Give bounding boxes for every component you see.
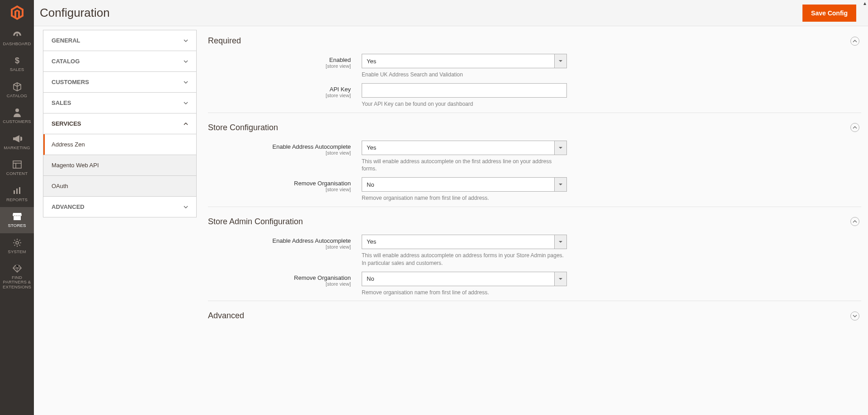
chevron-down-icon xyxy=(184,101,188,105)
gear-icon xyxy=(12,238,23,248)
label-enabled: Enabled [store view] xyxy=(208,54,362,69)
collapse-down-icon xyxy=(850,311,859,321)
store-icon xyxy=(12,212,23,222)
chevron-down-icon xyxy=(554,141,567,155)
nav-label: DASHBOARD xyxy=(3,42,31,46)
nav-partners[interactable]: FIND PARTNERS & EXTENSIONS xyxy=(0,259,34,294)
nav-catalog[interactable]: CATALOG xyxy=(0,77,34,103)
field-note: Remove organisation name from first line… xyxy=(362,194,567,202)
row-store-autocomplete: Enable Address Autocomplete [store view]… xyxy=(208,141,861,173)
fieldset-advanced: Advanced xyxy=(208,301,861,329)
collapse-up-icon xyxy=(850,123,859,132)
bars-icon xyxy=(12,186,23,196)
tab-label: ADVANCED xyxy=(52,203,85,210)
nav-label: CATALOG xyxy=(7,94,27,98)
field-label-text: Remove Organisation xyxy=(294,274,351,281)
nav-label: STORES xyxy=(8,223,26,228)
field-label-text: Enable Address Autocomplete xyxy=(273,143,351,150)
svg-rect-5 xyxy=(14,190,15,194)
svg-point-1 xyxy=(15,108,19,112)
nav-label: CUSTOMERS xyxy=(3,119,31,124)
tab-label: CUSTOMERS xyxy=(52,79,89,85)
nav-label: MARKETING xyxy=(4,146,30,150)
scope-label: [store view] xyxy=(208,93,351,98)
tab-advanced[interactable]: ADVANCED xyxy=(43,197,196,217)
scope-label: [store view] xyxy=(208,63,351,69)
services-sublist: Address Zen Magento Web API OAuth xyxy=(43,134,196,197)
select-enabled[interactable]: Yes xyxy=(362,54,567,68)
tab-label: SALES xyxy=(52,99,71,106)
field-label-text: Enabled xyxy=(329,57,351,63)
row-admin-remove-org: Remove Organisation [store view] No Remo… xyxy=(208,272,861,297)
nav-label: FIND PARTNERS & EXTENSIONS xyxy=(1,275,33,289)
megaphone-icon xyxy=(12,134,23,144)
fieldset-toggle-advanced[interactable]: Advanced xyxy=(208,301,861,329)
api-key-input[interactable] xyxy=(362,83,567,98)
fieldset-toggle-required[interactable]: Required xyxy=(208,26,861,54)
nav-stores[interactable]: STORES xyxy=(0,207,34,233)
fieldset-toggle-admin-config[interactable]: Store Admin Configuration xyxy=(208,207,861,235)
tab-label: SERVICES xyxy=(52,120,81,127)
select-value: Yes xyxy=(362,235,567,249)
scope-label: [store view] xyxy=(208,187,351,192)
dollar-icon: $ xyxy=(12,56,23,66)
scope-label: [store view] xyxy=(208,244,351,250)
fieldset-store-config: Store Configuration Enable Address Autoc… xyxy=(208,113,861,202)
person-icon xyxy=(12,108,23,118)
select-store-autocomplete[interactable]: Yes xyxy=(362,141,567,155)
sub-address-zen[interactable]: Address Zen xyxy=(43,134,196,155)
sub-oauth[interactable]: OAuth xyxy=(43,176,196,197)
select-admin-autocomplete[interactable]: Yes xyxy=(362,235,567,249)
row-store-remove-org: Remove Organisation [store view] No Remo… xyxy=(208,177,861,202)
field-label-text: Remove Organisation xyxy=(294,180,351,187)
chevron-down-icon xyxy=(554,272,567,286)
svg-rect-2 xyxy=(13,161,21,168)
nav-label: CONTENT xyxy=(6,171,28,176)
field-label-text: Enable Address Autocomplete xyxy=(273,237,351,244)
nav-system[interactable]: SYSTEM xyxy=(0,233,34,259)
page-header: Configuration Save Config xyxy=(34,0,868,26)
nav-reports[interactable]: REPORTS xyxy=(0,181,34,207)
fieldset-toggle-store-config[interactable]: Store Configuration xyxy=(208,113,861,141)
page-title: Configuration xyxy=(40,6,110,20)
tab-customers[interactable]: CUSTOMERS xyxy=(43,72,196,93)
magento-logo[interactable] xyxy=(0,0,34,25)
scroll-top-caret: ▴ xyxy=(863,0,866,6)
label-admin-autocomplete: Enable Address Autocomplete [store view] xyxy=(208,235,362,250)
nav-marketing[interactable]: MARKETING xyxy=(0,129,34,155)
tab-catalog[interactable]: CATALOG xyxy=(43,51,196,72)
tab-sales[interactable]: SALES xyxy=(43,93,196,113)
partners-icon xyxy=(12,264,23,274)
tab-services[interactable]: SERVICES xyxy=(43,113,196,134)
field-note: This will enable address autocomplete on… xyxy=(362,252,567,267)
sub-magento-web-api[interactable]: Magento Web API xyxy=(43,155,196,176)
field-note: Enable UK Address Search and Validation xyxy=(362,71,567,79)
chevron-down-icon xyxy=(184,38,188,43)
tab-general[interactable]: GENERAL xyxy=(43,30,196,51)
chevron-up-icon xyxy=(184,122,188,126)
svg-rect-6 xyxy=(16,189,18,194)
select-store-remove-org[interactable]: No xyxy=(362,177,567,192)
config-tabs-panel: GENERAL CATALOG CUSTOMERS SALES SERVICES… xyxy=(43,30,197,217)
tab-label: GENERAL xyxy=(52,37,80,44)
select-admin-remove-org[interactable]: No xyxy=(362,272,567,286)
chevron-down-icon xyxy=(184,59,188,64)
nav-sales[interactable]: $ SALES xyxy=(0,51,34,77)
scope-label: [store view] xyxy=(208,281,351,287)
select-value: No xyxy=(362,177,567,192)
select-value: No xyxy=(362,272,567,286)
tab-label: CATALOG xyxy=(52,58,80,65)
chevron-down-icon xyxy=(554,235,567,249)
nav-customers[interactable]: CUSTOMERS xyxy=(0,103,34,129)
save-config-button[interactable]: Save Config xyxy=(802,5,856,22)
magento-logo-icon xyxy=(11,5,24,20)
chevron-down-icon xyxy=(554,177,567,192)
label-api-key: API Key [store view] xyxy=(208,83,362,98)
nav-content[interactable]: CONTENT xyxy=(0,155,34,181)
label-store-remove-org: Remove Organisation [store view] xyxy=(208,177,362,192)
admin-sidebar: DASHBOARD $ SALES CATALOG CUSTOMERS MARK… xyxy=(0,0,34,347)
nav-dashboard[interactable]: DASHBOARD xyxy=(0,25,34,51)
cube-icon xyxy=(12,82,23,92)
label-store-autocomplete: Enable Address Autocomplete [store view] xyxy=(208,141,362,156)
row-enabled: Enabled [store view] Yes Enable UK Addre… xyxy=(208,54,861,79)
